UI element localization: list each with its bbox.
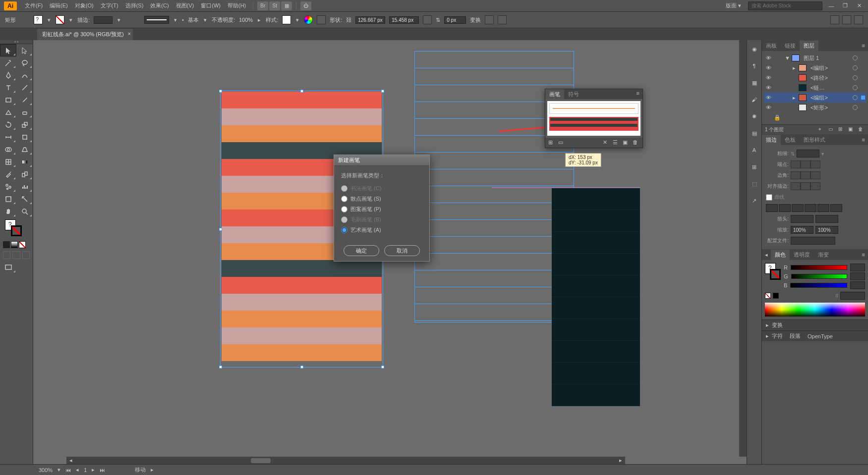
tab-artboards[interactable]: 画板 <box>762 41 781 51</box>
delete-brush-icon[interactable]: 🗑 <box>633 139 639 146</box>
join-round-icon[interactable] <box>801 171 810 179</box>
layer-row[interactable]: 👁<路径> <box>764 73 866 83</box>
target-icon[interactable] <box>853 85 858 90</box>
panel-stroke-icon[interactable] <box>770 269 781 280</box>
hex-field[interactable] <box>840 292 865 300</box>
dashed-checkbox[interactable] <box>766 194 772 201</box>
brush-type-option[interactable]: 图案画笔 (P) <box>341 204 422 214</box>
color-mode-solid-icon[interactable] <box>3 241 10 248</box>
artboard-tool[interactable] <box>0 193 16 205</box>
rectangle-tool[interactable] <box>0 94 16 106</box>
transform-label[interactable]: 变换 <box>470 16 481 24</box>
locate-object-icon[interactable]: ⌖ <box>818 126 825 133</box>
stroke-dropdown[interactable]: ▾ <box>68 17 73 23</box>
draw-behind-icon[interactable] <box>12 251 20 259</box>
column-graph-tool[interactable] <box>16 180 33 193</box>
pen-tool[interactable] <box>0 69 16 81</box>
dash-field[interactable] <box>817 204 829 212</box>
visibility-icon[interactable]: 👁 <box>765 95 772 101</box>
brush-options-icon[interactable]: ☰ <box>613 139 620 146</box>
magic-wand-tool[interactable] <box>0 56 16 69</box>
stock-button[interactable]: St <box>269 1 280 10</box>
arrow-end[interactable] <box>815 215 838 223</box>
brush-item[interactable] <box>549 103 638 114</box>
horizontal-scrollbar[interactable]: ◂▸ <box>66 457 625 464</box>
document-tab[interactable]: 彩虹线条.ai* @ 300% (RGB/预览) × <box>37 29 133 40</box>
artboard-last-icon[interactable]: ⏭ <box>100 467 105 473</box>
close-icon[interactable]: × <box>128 31 131 37</box>
menu-window[interactable]: 窗口(W) <box>198 0 224 11</box>
layer-row[interactable]: 👁▼图层 1 <box>764 53 866 63</box>
libraries-link-icon[interactable]: ▭ <box>558 139 565 146</box>
symbols-icon[interactable]: ✺ <box>750 111 759 121</box>
color-mode-gradient-icon[interactable] <box>11 241 18 248</box>
cap-round-icon[interactable] <box>801 160 810 168</box>
vertical-scrollbar[interactable] <box>739 40 747 457</box>
stock-search-input[interactable] <box>748 1 822 10</box>
type-tool[interactable] <box>0 81 16 94</box>
menu-file[interactable]: 文件(F) <box>22 0 46 11</box>
color-spectrum[interactable] <box>765 303 865 317</box>
gap-field[interactable] <box>830 204 842 212</box>
gap-field[interactable] <box>779 204 791 212</box>
hand-tool[interactable] <box>0 205 16 217</box>
selection-tool[interactable] <box>0 44 16 56</box>
shape-width-input[interactable] <box>355 16 385 24</box>
r-field[interactable] <box>850 264 865 271</box>
direct-selection-tool[interactable] <box>16 44 33 56</box>
scale-tool[interactable] <box>16 118 33 131</box>
tab-transparency[interactable]: 透明度 <box>790 250 814 260</box>
cap-projecting-icon[interactable] <box>810 160 820 168</box>
black-swatch[interactable] <box>773 293 779 299</box>
dash-field[interactable] <box>792 204 804 212</box>
tab-brushes[interactable]: 画笔 <box>545 89 564 99</box>
make-clip-icon[interactable]: ▭ <box>828 126 835 133</box>
lasso-tool[interactable] <box>16 56 33 69</box>
tab-graphic-styles[interactable]: 图形样式 <box>800 135 829 145</box>
layer-row[interactable]: 👁▸<编组> <box>764 63 866 73</box>
cancel-button[interactable]: 取消 <box>384 245 420 256</box>
b-slider[interactable] <box>790 283 847 288</box>
lock-icon[interactable]: 🔒 <box>774 114 781 121</box>
align-outside-icon[interactable] <box>810 182 820 190</box>
visibility-icon[interactable]: 👁 <box>765 85 772 91</box>
isolate-icon[interactable] <box>485 15 494 24</box>
mesh-tool[interactable] <box>0 156 16 168</box>
tab-links[interactable]: 链接 <box>781 41 800 51</box>
link-wh-icon[interactable]: ⛓ <box>346 17 351 23</box>
stroke-weight-input[interactable] <box>94 16 113 24</box>
artboard-next-icon[interactable]: ▸ <box>92 467 95 473</box>
swatches-icon[interactable]: ▤ <box>750 128 759 138</box>
panel-menu-icon[interactable]: ≡ <box>859 251 868 259</box>
brush-def-label[interactable]: 基本 <box>188 16 199 24</box>
zoom-tool[interactable] <box>16 205 33 217</box>
draw-normal-icon[interactable] <box>3 251 10 259</box>
panel-menu-icon[interactable]: ≡ <box>859 136 868 144</box>
color-mode-none-icon[interactable] <box>19 241 26 248</box>
tab-symbols[interactable]: 符号 <box>564 89 583 99</box>
ok-button[interactable]: 确定 <box>344 245 379 256</box>
gap-field[interactable] <box>805 204 816 212</box>
toolbox-grip[interactable] <box>0 40 33 44</box>
tab-color[interactable]: 颜色 <box>771 250 790 260</box>
none-swatch[interactable] <box>765 293 771 299</box>
corner-stepper-icon[interactable]: ⇅ <box>436 17 440 23</box>
panel-menu-icon[interactable]: ≡ <box>859 42 868 50</box>
layer-row[interactable]: 👁<链… <box>764 83 866 93</box>
brush-type-option[interactable]: 艺术画笔 (A) <box>341 225 422 235</box>
dialog-title[interactable]: 新建画笔 <box>334 155 429 166</box>
recolor-icon[interactable] <box>304 15 313 24</box>
bridge-button[interactable]: Br <box>257 1 268 10</box>
width-tool[interactable] <box>0 131 16 143</box>
new-layer-icon[interactable]: ▣ <box>848 126 855 133</box>
r-slider[interactable] <box>791 265 847 270</box>
vw-dropdown[interactable]: ▾ <box>173 17 178 23</box>
appearance-icon[interactable]: ◉ <box>750 44 759 54</box>
menu-object[interactable]: 对象(O) <box>72 0 97 11</box>
artboard-prev-icon[interactable]: ⏮ <box>65 467 71 473</box>
delete-layer-icon[interactable]: 🗑 <box>858 126 865 133</box>
character-icon[interactable]: A <box>750 145 759 155</box>
window-minimize-icon[interactable]: ― <box>826 2 836 10</box>
snap-pixel-icon[interactable] <box>830 15 839 24</box>
stepper-icon[interactable]: ⇅ <box>791 151 795 157</box>
